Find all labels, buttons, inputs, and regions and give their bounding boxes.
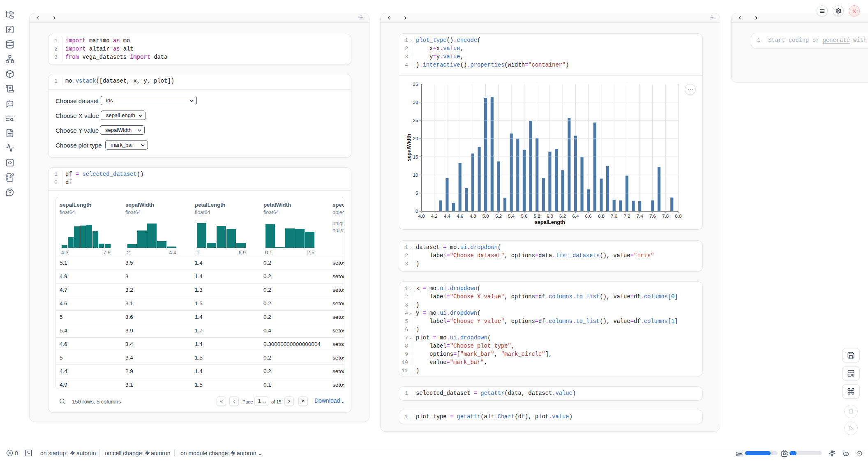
svg-text:0: 0	[416, 209, 418, 214]
svg-text:20: 20	[413, 136, 418, 141]
svg-text:7.0: 7.0	[611, 214, 617, 219]
svg-text:5: 5	[416, 191, 418, 196]
svg-text:5.4: 5.4	[508, 214, 515, 219]
svg-text:6.0: 6.0	[547, 214, 553, 219]
svg-text:6.2: 6.2	[559, 214, 566, 219]
svg-text:4.2: 4.2	[431, 214, 438, 219]
svg-text:5.6: 5.6	[521, 214, 527, 219]
svg-text:6.8: 6.8	[598, 214, 605, 219]
svg-text:8.0: 8.0	[675, 214, 681, 219]
svg-text:6.6: 6.6	[585, 214, 592, 219]
svg-text:35: 35	[413, 82, 418, 87]
svg-text:4.6: 4.6	[457, 214, 463, 219]
svg-text:30: 30	[413, 100, 418, 105]
svg-text:10: 10	[413, 173, 418, 177]
svg-text:sepalLength: sepalLength	[535, 219, 565, 225]
svg-text:4.8: 4.8	[469, 214, 476, 219]
svg-text:15: 15	[413, 154, 418, 159]
svg-text:5.0: 5.0	[482, 214, 489, 219]
svg-text:7.6: 7.6	[649, 214, 656, 219]
svg-text:7.8: 7.8	[662, 214, 669, 219]
svg-text:sepalWidth: sepalWidth	[406, 134, 412, 161]
svg-text:4.0: 4.0	[418, 214, 425, 219]
svg-text:25: 25	[413, 118, 418, 123]
svg-text:6.4: 6.4	[572, 214, 579, 219]
svg-text:5.8: 5.8	[534, 214, 540, 219]
svg-text:7.2: 7.2	[623, 214, 630, 219]
svg-text:5.2: 5.2	[495, 214, 502, 219]
svg-text:4.4: 4.4	[444, 214, 451, 219]
svg-text:7.4: 7.4	[637, 214, 644, 219]
